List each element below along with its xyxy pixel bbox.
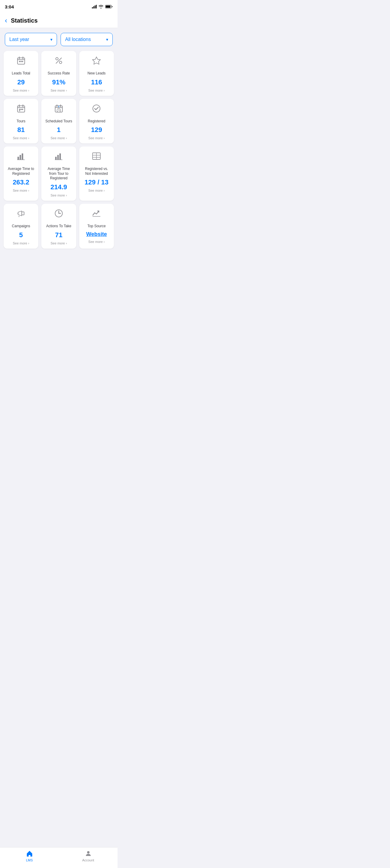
card-top-source[interactable]: Top SourceWebsiteSee more › bbox=[79, 204, 114, 249]
card-registered-vs-not[interactable]: Registered vs. Not Interested129 / 13See… bbox=[79, 147, 114, 201]
card-avg-time-tour-registered-link[interactable]: See more › bbox=[51, 193, 67, 197]
svg-rect-38 bbox=[55, 157, 57, 160]
period-filter-label: Last year bbox=[9, 37, 29, 42]
status-time: 3:04 bbox=[5, 4, 14, 9]
card-campaigns[interactable]: Campaigns5See more › bbox=[4, 204, 38, 249]
svg-point-33 bbox=[93, 105, 100, 112]
svg-rect-3 bbox=[96, 5, 97, 8]
card-avg-time-tour-registered-value: 214.9 bbox=[50, 183, 67, 191]
card-scheduled-tours-link[interactable]: See more › bbox=[51, 136, 67, 140]
location-chevron-icon: ▾ bbox=[106, 37, 108, 42]
svg-line-15 bbox=[56, 58, 61, 63]
clock-icon bbox=[54, 209, 64, 221]
card-leads-total-label: Leads Total bbox=[12, 71, 30, 76]
card-leads-total-link[interactable]: See more › bbox=[13, 89, 29, 92]
svg-rect-21 bbox=[19, 109, 20, 110]
star-icon bbox=[92, 56, 101, 69]
table-icon bbox=[92, 151, 101, 164]
card-campaigns-link[interactable]: See more › bbox=[13, 241, 29, 245]
card-new-leads-value: 116 bbox=[91, 79, 102, 86]
card-registered-link[interactable]: See more › bbox=[88, 136, 104, 140]
card-success-rate-label: Success Rate bbox=[48, 71, 70, 76]
svg-rect-2 bbox=[95, 5, 95, 8]
svg-rect-36 bbox=[22, 153, 23, 160]
wifi-icon bbox=[98, 5, 103, 8]
card-new-leads-label: New Leads bbox=[87, 71, 106, 76]
period-filter[interactable]: Last year ▾ bbox=[5, 33, 57, 46]
svg-rect-10 bbox=[19, 61, 20, 62]
svg-rect-5 bbox=[106, 6, 111, 8]
card-avg-time-tour-registered[interactable]: Average Time from Tour to Registered214.… bbox=[41, 147, 76, 201]
baralt-icon bbox=[54, 151, 64, 164]
nav-account-label: Account bbox=[82, 858, 94, 862]
status-bar: 3:04 bbox=[0, 0, 118, 13]
card-new-leads[interactable]: New Leads116See more › bbox=[79, 51, 114, 96]
card-registered[interactable]: Registered129See more › bbox=[79, 99, 114, 144]
svg-rect-22 bbox=[21, 109, 22, 110]
card-actions-to-take-link[interactable]: See more › bbox=[51, 241, 67, 245]
card-avg-time-registered[interactable]: Average Time to Registered263.2See more … bbox=[4, 147, 38, 201]
nav-account[interactable]: Account bbox=[59, 850, 118, 862]
card-tours-label: Tours bbox=[17, 119, 25, 124]
bar-icon bbox=[16, 151, 26, 164]
status-icons bbox=[92, 5, 113, 8]
back-button[interactable]: ‹ bbox=[5, 17, 7, 24]
page-title: Statistics bbox=[11, 17, 38, 24]
header: ‹ Statistics bbox=[0, 13, 118, 28]
svg-point-14 bbox=[59, 61, 62, 64]
svg-point-13 bbox=[56, 58, 58, 60]
svg-rect-11 bbox=[21, 61, 22, 62]
card-registered-label: Registered bbox=[88, 119, 105, 124]
card-tours[interactable]: Tours81See more › bbox=[4, 99, 38, 144]
card-success-rate-link[interactable]: See more › bbox=[51, 89, 67, 92]
card-campaigns-label: Campaigns bbox=[12, 224, 30, 229]
svg-rect-23 bbox=[22, 109, 23, 110]
svg-rect-35 bbox=[20, 155, 21, 160]
svg-rect-1 bbox=[93, 6, 94, 8]
card-top-source-label: Top Source bbox=[87, 224, 106, 229]
card-scheduled-tours-label: Scheduled Tours bbox=[45, 119, 72, 124]
card-actions-to-take[interactable]: Actions To Take71See more › bbox=[41, 204, 76, 249]
card-actions-to-take-label: Actions To Take bbox=[46, 224, 71, 229]
tours-icon bbox=[16, 104, 26, 117]
card-success-rate[interactable]: Success Rate91%See more › bbox=[41, 51, 76, 96]
location-filter-label: All locations bbox=[65, 37, 91, 42]
location-filter[interactable]: All locations ▾ bbox=[61, 33, 113, 46]
card-registered-vs-not-label: Registered vs. Not Interested bbox=[82, 167, 111, 176]
check-icon bbox=[92, 104, 101, 117]
card-top-source-link[interactable]: See more › bbox=[88, 240, 104, 244]
person-icon bbox=[85, 850, 92, 857]
svg-rect-24 bbox=[19, 110, 20, 111]
card-scheduled-tours[interactable]: Scheduled Tours1See more › bbox=[41, 99, 76, 144]
card-success-rate-value: 91% bbox=[52, 79, 65, 86]
nav-lms-label: LMS bbox=[26, 858, 33, 862]
card-avg-time-registered-link[interactable]: See more › bbox=[13, 189, 29, 192]
calendar-icon bbox=[16, 56, 26, 69]
card-campaigns-value: 5 bbox=[19, 231, 23, 239]
svg-rect-46 bbox=[22, 212, 24, 215]
card-avg-time-registered-label: Average Time to Registered bbox=[7, 167, 35, 176]
card-new-leads-link[interactable]: See more › bbox=[88, 89, 104, 92]
cards-grid: Leads Total29See more ›Success Rate91%Se… bbox=[0, 51, 118, 252]
nav-lms[interactable]: LMS bbox=[0, 850, 59, 862]
campaign-icon bbox=[16, 209, 26, 221]
battery-icon bbox=[105, 5, 113, 8]
svg-point-53 bbox=[87, 851, 90, 854]
card-leads-total[interactable]: Leads Total29See more › bbox=[4, 51, 38, 96]
card-top-source-value[interactable]: Website bbox=[86, 231, 107, 238]
bottom-nav: LMS Account bbox=[0, 847, 118, 868]
card-avg-time-registered-value: 263.2 bbox=[13, 179, 29, 186]
card-leads-total-value: 29 bbox=[17, 79, 24, 86]
signal-icon bbox=[92, 5, 97, 8]
trend-icon bbox=[92, 209, 101, 221]
card-actions-to-take-value: 71 bbox=[55, 231, 62, 239]
card-tours-link[interactable]: See more › bbox=[13, 136, 29, 140]
scheduled-icon bbox=[54, 104, 64, 117]
house-icon bbox=[26, 850, 33, 857]
card-registered-vs-not-value: 129 / 13 bbox=[85, 179, 109, 186]
period-chevron-icon: ▾ bbox=[50, 37, 53, 42]
percent-icon bbox=[54, 56, 64, 69]
filters-row: Last year ▾ All locations ▾ bbox=[0, 28, 118, 51]
card-registered-vs-not-link[interactable]: See more › bbox=[88, 189, 104, 192]
svg-rect-12 bbox=[22, 61, 23, 62]
